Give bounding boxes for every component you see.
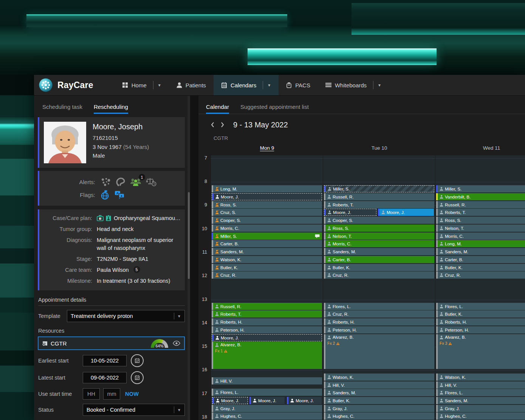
appointment-moore-j[interactable]: Moore, J.	[249, 397, 285, 404]
appointment-hughes-c[interactable]: Hughes, C.	[324, 412, 434, 420]
appointment-sanders-m[interactable]: Sanders, M.	[324, 248, 434, 255]
appointment-cooper-s[interactable]: Cooper, S.	[212, 217, 322, 224]
appointment-morris-c[interactable]: Morris, C.	[324, 240, 434, 247]
minute-input[interactable]: mm	[103, 388, 120, 400]
chevron-down-icon[interactable]: ▼	[158, 83, 161, 87]
appointment-moore-j[interactable]: Moore, J.	[212, 193, 322, 200]
day-header-wed-11[interactable]: Wed 11	[435, 145, 525, 154]
appointment-roberts-t[interactable]: Roberts, T.	[324, 201, 434, 208]
appointment-moore-j[interactable]: Moore, J.	[212, 334, 322, 341]
appointment-butler-k[interactable]: Butler, K.	[324, 264, 434, 271]
care-group-alert-icon[interactable]: 1	[130, 177, 141, 186]
chevron-down-icon[interactable]: ▼	[267, 83, 271, 87]
tab-scheduling-task[interactable]: Scheduling task	[42, 104, 82, 114]
appointment-cruz-r[interactable]: Cruz, R.	[212, 271, 322, 279]
appointment-alvarez-b[interactable]: Alvarez, B.Fx 3	[436, 334, 525, 369]
history-scale-alert-icon[interactable]	[146, 177, 156, 186]
appointment-cruz-r[interactable]: Cruz, R.	[436, 271, 525, 279]
appointment-watson-k[interactable]: Watson, K.	[436, 374, 525, 381]
status-select[interactable]: Booked - Confirmed ▼	[83, 404, 185, 416]
nav-item-calendars[interactable]: Calendars▼	[214, 75, 279, 95]
appointment-cooper-s[interactable]: Cooper, S.	[324, 217, 434, 224]
appointment-ross-s[interactable]: Ross, S.	[436, 217, 525, 224]
appointment-ross-s[interactable]: Ross, S.	[212, 201, 322, 208]
appointment-carter-b[interactable]: Carter, B.	[212, 240, 322, 247]
appointment-roberts-h[interactable]: Roberts, H.	[212, 318, 322, 325]
appointment-alvarez-b[interactable]: Alvarez, B.Fx 2	[324, 334, 434, 369]
appointment-flores-l[interactable]: Flores, L.	[324, 303, 434, 310]
appointment-sanders-m[interactable]: Sanders, M.	[436, 248, 525, 255]
appointment-vanderbilt-b[interactable]: Vanderbilt, B.	[436, 193, 525, 200]
appointment-moore-j[interactable]: Moore, J.	[378, 209, 434, 216]
appointment-nelson-t[interactable]: Nelson, T.	[436, 225, 525, 232]
appointment-miller-s[interactable]: Miller, S.	[212, 232, 322, 240]
appointment-morris-c[interactable]: Morris, C.	[212, 225, 322, 232]
appointment-roberts-h[interactable]: Roberts, H.	[436, 318, 525, 325]
appointment-butler-k[interactable]: Butler, K.	[212, 264, 322, 271]
appointment-cruz-r[interactable]: Cruz, R.	[324, 310, 434, 318]
appointment-gray-j[interactable]: Gray, J.	[324, 405, 434, 412]
appointment-russell-r[interactable]: Russell, R.	[324, 193, 434, 200]
raycare-logo[interactable]: RayCare	[34, 75, 105, 95]
appointment-watson-k[interactable]: Watson, K.	[212, 256, 322, 263]
appointment-gray-j[interactable]: Gray, J.	[436, 405, 525, 412]
appointment-long-m[interactable]: Long, M.	[436, 240, 525, 247]
translation-icon[interactable]: Ax	[115, 191, 125, 199]
nav-item-whiteboards[interactable]: Whiteboards▼	[318, 75, 389, 95]
now-link[interactable]: NOW	[125, 391, 139, 397]
appointment-cruz-s[interactable]: Cruz, S.	[212, 209, 322, 216]
template-select[interactable]: Treatment delivery proton ▼	[67, 310, 185, 322]
earliest-start-calendar-button[interactable]	[131, 354, 144, 367]
appointment-miller-s[interactable]: Miller, S.	[436, 185, 525, 192]
appointment-alvarez-b[interactable]: Alvarez, B.Fx 1	[212, 342, 322, 369]
day-header-mon-9[interactable]: Mon 9	[211, 145, 323, 154]
appointment-moore-j[interactable]: Moore, J.	[212, 397, 248, 404]
previous-week-button[interactable]	[208, 120, 217, 130]
appointment-roberts-h[interactable]: Roberts, H.	[324, 318, 434, 325]
appointment-long-m[interactable]: Long, M.	[212, 185, 322, 192]
tab-calendar[interactable]: Calendar	[206, 104, 229, 114]
next-week-button[interactable]	[217, 120, 227, 130]
appointment-peterson-h[interactable]: Peterson, H.	[324, 326, 434, 333]
appointment-moore-j[interactable]: Moore, J.	[287, 397, 322, 404]
eye-icon[interactable]	[173, 341, 180, 346]
appointment-watson-k[interactable]: Watson, K.	[324, 374, 434, 381]
appointment-roberts-t[interactable]: Roberts, T.	[436, 209, 525, 216]
appointment-cruz-r[interactable]: Cruz, R.	[324, 271, 434, 279]
chevron-down-icon[interactable]: ▼	[378, 83, 381, 87]
tab-rescheduling[interactable]: Rescheduling	[94, 104, 128, 114]
nav-item-home[interactable]: Home▼	[115, 75, 169, 95]
tab-suggested-appointment-list[interactable]: Suggested appointment list	[240, 104, 309, 114]
resource-row-cgtr[interactable]: CGTR 64%	[38, 336, 185, 350]
appointment-roberts-t[interactable]: Roberts, T.	[212, 310, 322, 318]
appointment-russell-r[interactable]: Russell, R.	[212, 303, 322, 310]
appointment-carter-b[interactable]: Carter, B.	[324, 256, 434, 263]
latest-start-calendar-button[interactable]	[131, 371, 144, 384]
globe-flag-icon[interactable]	[101, 190, 110, 200]
appointment-butler-k[interactable]: Butler, K.	[324, 397, 434, 404]
appointment-hughes-c[interactable]: Hughes, C.	[436, 412, 525, 420]
appointment-butler-k[interactable]: Butler, K.	[436, 310, 525, 318]
care-team-count-badge[interactable]: 5	[133, 266, 140, 273]
appointment-hill-v[interactable]: Hill, V.	[436, 381, 525, 389]
appointment-peterson-h[interactable]: Peterson, H.	[436, 326, 525, 333]
appointment-moore-j[interactable]: Moore, J.	[324, 209, 376, 216]
appointment-russell-r[interactable]: Russell, R.	[436, 201, 525, 208]
patient-card[interactable]: Moore, Joseph 71621015 3 Nov 1967 (54 Ye…	[38, 117, 185, 168]
appointment-ross-s[interactable]: Ross, S.	[324, 225, 434, 232]
appointment-hill-v[interactable]: Hill, V.	[324, 381, 434, 389]
appointment-flores-l[interactable]: Flores, L.	[436, 303, 525, 310]
scrollbar-thumb[interactable]	[188, 192, 190, 279]
hearing-alert-icon[interactable]	[116, 177, 125, 186]
appointment-butler-k[interactable]: Butler, K.	[436, 264, 525, 271]
nav-item-pacs[interactable]: PACS	[279, 75, 318, 95]
appointment-gray-j[interactable]: Gray, J.	[212, 405, 322, 412]
appointment-hill-v[interactable]: Hill, V.	[212, 377, 322, 384]
day-header-tue-10[interactable]: Tue 10	[323, 145, 435, 154]
appointment-carter-b[interactable]: Carter, B.	[436, 256, 525, 263]
appointment-flores-l[interactable]: Flores, L.	[212, 389, 322, 396]
nav-item-patients[interactable]: Patients	[169, 75, 214, 95]
appointment-flores-l[interactable]: Flores, L.	[436, 389, 525, 396]
appointment-sanders-m[interactable]: Sanders, M.	[324, 389, 434, 396]
appointment-hughes-c[interactable]: Hughes, C.	[212, 412, 322, 420]
